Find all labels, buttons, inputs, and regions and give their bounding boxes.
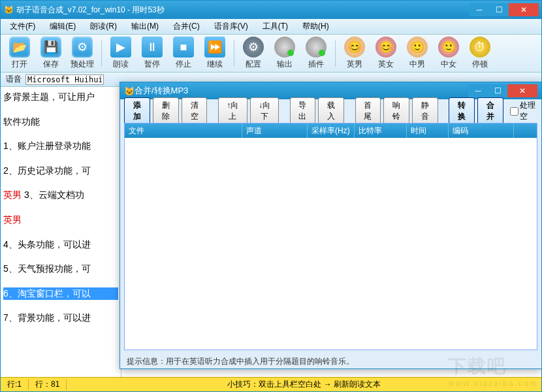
中女-icon: 🙂 [438,37,459,57]
menu-item[interactable]: 输出(M) [126,20,164,33]
暂停-icon: ⏸ [142,37,163,57]
text-line[interactable]: 英男 3、云端文档功 [3,189,118,202]
toolbar-暂停[interactable]: ⏸暂停 [137,37,167,70]
dialog-title: 合并/转换MP3 [135,85,188,97]
menu-item[interactable]: 工具(T) [257,20,293,33]
grid-col-header[interactable]: 编码 [449,123,514,138]
停止-icon: ■ [173,37,194,57]
grid-col-header[interactable]: 比特率(Kbps) [355,123,407,138]
window-title: 胡子语音合成_v7.02_for_win10 - 用时53秒 [16,5,165,16]
toolbar-停止[interactable]: ■停止 [168,37,199,70]
toolbar-label: 朗读 [113,59,129,70]
headtail-button[interactable]: 首尾 [355,97,381,125]
text-line[interactable]: 1、账户注册登录功能 [3,140,118,153]
move-up-button[interactable]: ↑向上 [218,97,247,125]
close-button[interactable]: ✕ [509,3,539,16]
grid-col-header[interactable]: 声道 [242,123,308,138]
text-line[interactable]: 2、历史记录功能，可 [3,165,118,178]
merge-button[interactable]: 合并 [477,97,503,125]
add-button[interactable]: 添加 [124,97,150,125]
toolbar-label: 预处理 [71,59,94,70]
toolbar-label: 中女 [441,59,456,70]
toolbar-英女[interactable]: 😊英女 [371,37,401,70]
ring-button[interactable]: 响铃 [383,97,409,125]
toolbar-label: 停顿 [472,59,488,70]
输出-icon [274,37,295,57]
grid-header: 文件声道采样率(Hz)比特率(Kbps)时间编码 [125,123,537,138]
toolbar-配置[interactable]: ⚙配置 [238,37,268,70]
toolbar-label: 打开 [12,59,27,70]
toolbar-label: 英男 [347,59,362,70]
menu-item[interactable]: 文件(F) [5,20,40,33]
export-button[interactable]: 导出 [290,97,316,125]
打开-icon: 📂 [9,37,30,57]
mute-button[interactable]: 静音 [412,97,438,125]
toolbar-label: 输出 [277,59,293,70]
minimize-button[interactable]: ─ [470,3,489,16]
convert-button[interactable]: 转换 [449,97,475,125]
delete-button[interactable]: 删除 [153,97,179,125]
toolbar-label: 继续 [207,59,223,70]
toolbar-中男[interactable]: 🙂中男 [402,37,432,70]
保存-icon: 💾 [40,37,61,57]
text-line[interactable]: 7、背景功能，可以进 [3,312,118,325]
menu-item[interactable]: 编辑(E) [44,20,81,33]
预处理-icon: ⚙ [72,37,93,57]
toolbar-保存[interactable]: 💾保存 [36,37,66,70]
grid-col-header[interactable]: 时间 [407,123,449,138]
toolbar-打开[interactable]: 📂打开 [5,37,35,70]
停顿-icon: ⏱ [470,37,490,57]
toolbar-label: 暂停 [144,59,160,70]
voice-input[interactable] [25,74,104,85]
toolbar-label: 停止 [176,59,191,70]
toolbar-朗读[interactable]: ▶朗读 [106,37,136,70]
main-titlebar: 🐱 胡子语音合成_v7.02_for_win10 - 用时53秒 ─ ☐ ✕ [1,1,541,19]
menu-item[interactable]: 语音库(V) [209,20,253,33]
text-line[interactable]: 4、头条功能，可以进 [3,238,118,252]
grid-col-header[interactable]: 采样率(Hz) [308,123,355,138]
toolbar-插件[interactable]: 插件 [301,37,331,70]
text-line[interactable]: 英男 [3,214,118,227]
toolbar-停顿[interactable]: ⏱停顿 [465,37,495,70]
toolbar-label: 保存 [43,59,59,70]
dialog-minimize-button[interactable]: ─ [468,84,488,97]
process-empty-check[interactable]: 处理空 [510,100,537,122]
move-down-button[interactable]: ↓向下 [250,97,279,125]
status-row: 行：81 [29,379,67,390]
text-pane[interactable]: 多背景主题，可让用户软件功能1、账户注册登录功能2、历史记录功能，可英男 3、云… [1,87,121,377]
watermark: 下载吧 www.xiazaiba.com [448,354,538,388]
toolbar: 📂打开💾保存⚙预处理▶朗读⏸暂停■停止⏩继续⚙配置输出插件😊英男😊英女🙂中男🙂中… [1,35,541,73]
dialog-icon: 🐱 [124,86,135,96]
voice-label: 语音 [6,74,22,85]
menu-bar: 文件(F)编辑(E)朗读(R)输出(M)合并(C)语音库(V)工具(T)帮助(H… [1,19,541,35]
menu-item[interactable]: 合并(C) [168,20,205,33]
toolbar-label: 配置 [246,59,261,70]
英男-icon: 😊 [344,37,365,57]
text-line[interactable]: 多背景主题，可让用户 [3,91,118,104]
toolbar-英男[interactable]: 😊英男 [340,37,370,70]
process-empty-checkbox[interactable] [510,107,518,116]
menu-item[interactable]: 朗读(R) [85,20,122,33]
toolbar-label: 英女 [378,59,394,70]
dialog-toolbar: 添加 删除 清空 ↑向上 ↓向下 导出 载入 首尾 响铃 静音 转换 合并 处理… [120,99,541,123]
clear-button[interactable]: 清空 [182,97,208,125]
app-icon: 🐱 [3,5,14,15]
插件-icon [306,37,327,57]
text-line[interactable]: 软件功能 [3,116,118,129]
toolbar-继续[interactable]: ⏩继续 [200,37,230,70]
file-grid[interactable]: 文件声道采样率(Hz)比特率(Kbps)时间编码 [124,123,537,350]
dialog-maximize-button[interactable]: ☐ [488,84,507,97]
toolbar-中女[interactable]: 🙂中女 [434,37,464,70]
toolbar-预处理[interactable]: ⚙预处理 [67,37,97,70]
import-button[interactable]: 载入 [318,97,344,125]
继续-icon: ⏩ [204,37,225,57]
toolbar-输出[interactable]: 输出 [270,37,300,70]
maximize-button[interactable]: ☐ [489,3,509,16]
text-line[interactable]: 6、淘宝窗口栏，可以 [3,287,118,301]
text-line[interactable]: 5、天气预报功能，可 [3,263,118,276]
merge-dialog: 🐱 合并/转换MP3 ─ ☐ ✕ 添加 删除 清空 ↑向上 ↓向下 导出 载入 … [120,82,542,369]
grid-col-header[interactable]: 文件 [125,123,242,138]
toolbar-label: 插件 [308,59,324,70]
dialog-close-button[interactable]: ✕ [507,84,537,97]
menu-item[interactable]: 帮助(H) [297,20,334,33]
